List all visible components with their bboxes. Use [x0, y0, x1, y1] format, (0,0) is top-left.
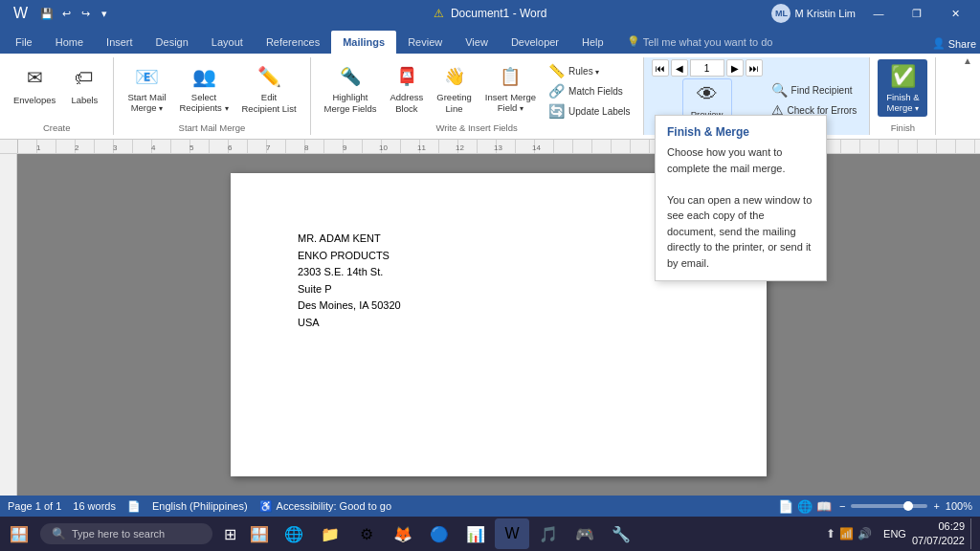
taskbar: 🪟 🔍 Type here to search ⊞ 🪟 🌐 📁 ⚙ 🦊 🔵 📊 … [0, 517, 980, 551]
volume-icon[interactable]: 🔊 [858, 527, 872, 540]
word-logo[interactable]: W [8, 0, 33, 29]
taskbar-right: ⬆ 📶 🔊 ENG 06:29 07/07/2022 [820, 518, 976, 549]
page-count-status: Page 1 of 1 [8, 500, 61, 512]
undo-icon[interactable]: ↩ [58, 6, 74, 21]
find-recipient-icon: 🔍 [771, 82, 788, 98]
taskbar-app-music[interactable]: 🎵 [531, 518, 566, 549]
zoom-out-button[interactable]: − [839, 500, 845, 512]
nav-next-button[interactable]: ▶ [726, 59, 744, 77]
finish-merge-button[interactable]: ✅ Finish &Merge ▾ [878, 59, 927, 117]
select-recipients-icon: 👥 [189, 62, 219, 90]
svg-text:2: 2 [75, 143, 79, 152]
tooltip-body: Choose how you want to complete the mail… [667, 154, 814, 271]
start-mail-merge-group-label: Start Mail Merge [179, 121, 246, 133]
word-count-status: 16 words [73, 500, 116, 512]
match-fields-button[interactable]: 🔗 Match Fields [544, 81, 635, 100]
taskbar-app-excel[interactable]: 📊 [458, 518, 493, 549]
tab-tell-me[interactable]: 💡Tell me what you want to do [615, 31, 785, 54]
start-button[interactable]: 🪟 [4, 518, 34, 549]
redo-icon[interactable]: ↪ [78, 6, 93, 21]
tab-view[interactable]: View [454, 31, 500, 54]
finish-group-label: Finish [891, 121, 915, 133]
tab-design[interactable]: Design [145, 31, 200, 54]
small-buttons-group: 📏 Rules ▾ 🔗 Match Fields 🔄 Update Labels [544, 59, 635, 121]
nav-first-button[interactable]: ⏮ [652, 59, 669, 77]
update-labels-button[interactable]: 🔄 Update Labels [544, 101, 635, 121]
svg-text:4: 4 [151, 143, 156, 152]
show-desktop-button[interactable] [970, 518, 976, 549]
taskbar-search-bar[interactable]: 🔍 Type here to search [40, 523, 212, 544]
address-line-2: ENKO PRODUCTS [298, 248, 700, 265]
collapse-ribbon-button[interactable]: ▲ [963, 55, 972, 66]
tab-mailings[interactable]: Mailings [331, 31, 396, 54]
taskbar-app-edge[interactable]: 🌐 [277, 518, 311, 549]
accessibility-status[interactable]: ♿ Accessibility: Good to go [259, 500, 391, 513]
page-container: MR. ADAM KENT ENKO PRODUCTS 2303 S.E. 14… [17, 154, 980, 496]
svg-text:3: 3 [113, 143, 118, 152]
taskbar-app-game[interactable]: 🎮 [568, 518, 602, 549]
zoom-level-label: 100% [946, 500, 972, 512]
labels-button[interactable]: 🏷 Labels [63, 59, 105, 117]
nav-page-input[interactable] [690, 59, 724, 77]
select-recipients-button[interactable]: 👥 SelectRecipients ▾ [174, 59, 234, 117]
close-button[interactable]: ✕ [938, 0, 972, 27]
address-block-icon: 📮 [391, 62, 422, 90]
read-mode-button[interactable]: 📖 [816, 499, 832, 514]
svg-text:14: 14 [532, 143, 541, 152]
user-area[interactable]: ML M Kristin Lim [771, 4, 856, 23]
tab-help[interactable]: Help [570, 31, 615, 54]
svg-text:9: 9 [343, 143, 347, 152]
web-layout-view-button[interactable]: 🌐 [797, 499, 813, 514]
finish-buttons: ✅ Finish &Merge ▾ [878, 59, 927, 121]
insert-merge-field-button[interactable]: 📋 Insert MergeField ▾ [479, 59, 542, 117]
address-line-5: Des Moines, IA 50320 [298, 298, 700, 315]
zoom-slider[interactable] [851, 504, 927, 508]
nav-last-button[interactable]: ⏭ [746, 59, 763, 77]
tab-review[interactable]: Review [396, 31, 454, 54]
tray-arrow-icon[interactable]: ⬆ [826, 527, 835, 540]
taskbar-app-settings[interactable]: ⚙ [349, 518, 384, 549]
user-avatar: ML [771, 4, 791, 23]
address-line-4: Suite P [298, 281, 700, 298]
rules-button[interactable]: 📏 Rules ▾ [544, 61, 635, 80]
start-mail-merge-button[interactable]: 📧 Start MailMerge ▾ [122, 59, 171, 117]
tab-home[interactable]: Home [44, 31, 95, 54]
address-block-button[interactable]: 📮 AddressBlock [384, 59, 429, 117]
edit-recipient-list-button[interactable]: ✏️ EditRecipient List [236, 59, 302, 117]
network-icon[interactable]: 📶 [839, 527, 854, 540]
save-quick-icon[interactable]: 💾 [39, 6, 55, 21]
tab-layout[interactable]: Layout [200, 31, 255, 54]
widgets-button[interactable]: 🪟 [244, 518, 275, 549]
maximize-button[interactable]: ❐ [900, 0, 934, 27]
task-view-button[interactable]: ⊞ [218, 518, 242, 549]
minimize-button[interactable]: — [861, 0, 896, 27]
envelopes-button[interactable]: ✉ Envelopes [8, 59, 61, 117]
svg-text:7: 7 [266, 143, 271, 152]
horizontal-ruler: 1 2 3 4 5 6 7 8 9 10 11 12 13 14 [0, 140, 980, 154]
print-layout-view-button[interactable]: 📄 [778, 499, 793, 514]
quick-access-toolbar: 💾 ↩ ↪ ▾ [39, 6, 112, 21]
taskbar-app-tools[interactable]: 🔧 [604, 518, 638, 549]
taskbar-app-files[interactable]: 📁 [313, 518, 347, 549]
zoom-in-button[interactable]: + [933, 500, 939, 512]
taskbar-app-firefox[interactable]: 🦊 [386, 518, 420, 549]
find-recipient-button[interactable]: 🔍 Find Recipient [767, 80, 862, 99]
status-right: 📄 🌐 📖 − + 100% [778, 499, 972, 514]
tab-references[interactable]: References [255, 31, 331, 54]
highlight-merge-fields-button[interactable]: 🔦 HighlightMerge Fields [319, 59, 383, 117]
nav-prev-button[interactable]: ◀ [671, 59, 688, 77]
greeting-line-button[interactable]: 👋 GreetingLine [431, 59, 477, 117]
taskbar-app-blue[interactable]: 🔵 [422, 518, 457, 549]
taskbar-app-word[interactable]: W [495, 518, 529, 549]
window-controls: — ❐ ✕ [861, 0, 972, 27]
tab-insert[interactable]: Insert [95, 31, 145, 54]
language-status[interactable]: English (Philippines) [152, 500, 248, 512]
svg-text:10: 10 [379, 143, 388, 152]
tab-developer[interactable]: Developer [500, 31, 570, 54]
customize-quick-access-icon[interactable]: ▾ [97, 6, 112, 21]
tab-file[interactable]: File [4, 31, 44, 54]
ribbon: ✉ Envelopes 🏷 Labels Create 📧 Start Mail… [0, 54, 980, 140]
language-indicator[interactable]: ENG [883, 528, 906, 540]
share-button[interactable]: 👤 Share [932, 37, 976, 50]
clock[interactable]: 06:29 07/07/2022 [912, 519, 965, 549]
